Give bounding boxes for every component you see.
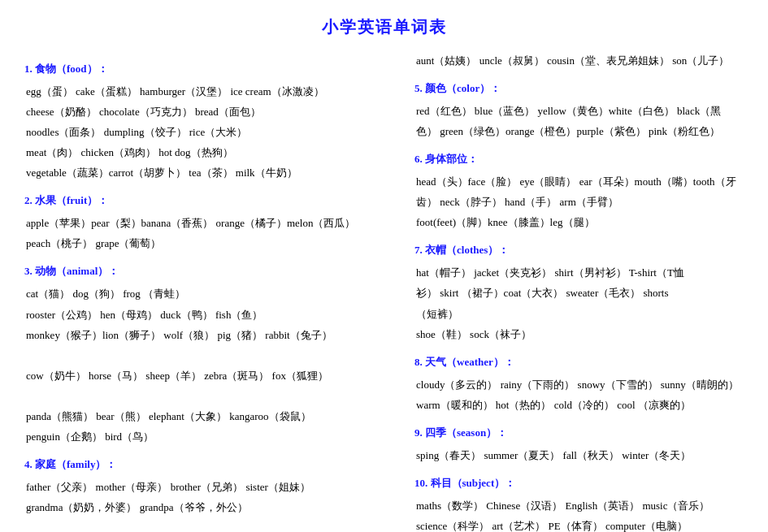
food-line-0: egg（蛋） cake（蛋糕） hamburger（汉堡） ice cream（… (24, 82, 398, 102)
fruit-line-0: apple（苹果）pear（梨）banana（香蕉） orange（橘子）mel… (24, 214, 398, 233)
left-column: 1. 食物（food）： egg（蛋） cake（蛋糕） hamburger（汉… (24, 51, 398, 532)
animal-line-3 (24, 346, 398, 365)
season-line-0: sping（春天） summer（夏天） fall（秋天） winter（冬天） (414, 446, 744, 465)
body-line-2: foot(feet)（脚）knee（膝盖）leg（腿） (414, 213, 744, 232)
section-food: 1. 食物（food）： egg（蛋） cake（蛋糕） hamburger（汉… (24, 59, 398, 183)
section-subject: 10. 科目（subject）： maths（数学） Chinese（汉语） E… (414, 474, 744, 532)
family2-line-0: aunt（姑姨） uncle（叔舅） cousin（堂、表兄弟姐妹） son（儿… (414, 51, 744, 71)
animal-line-5 (24, 387, 398, 406)
clothes-line-0: hat（帽子） jacket（夹克衫） shirt（男衬衫） T-shirt（T… (414, 263, 744, 283)
section-food-title: 1. 食物（food）： (24, 59, 398, 79)
food-line-1: cheese（奶酪） chocolate（巧克力） bread（面包） (24, 102, 398, 122)
section-animal-title: 3. 动物（animal）： (24, 262, 398, 281)
section-animal: 3. 动物（animal）： cat（猫） dog（狗） frog （青蛙） r… (24, 262, 398, 446)
food-line-3: meat（肉） chicken（鸡肉） hot dog（热狗） (24, 143, 398, 162)
animal-line-6: panda（熊猫） bear（熊） elephant（大象） kangaroo（… (24, 407, 398, 426)
section-color: 5. 颜色（color）： red（红色） blue（蓝色） yellow（黄色… (414, 79, 744, 141)
body-line-0: head（头）face（脸） eye（眼睛） ear（耳朵）mouth（嘴）to… (414, 172, 744, 192)
section-clothes: 7. 衣帽（clothes）： hat（帽子） jacket（夹克衫） shir… (414, 240, 744, 344)
weather-line-0: cloudy（多云的） rainy（下雨的） snowy（下雪的） sunny（… (414, 375, 744, 395)
family-line-1: grandma（奶奶，外婆） grandpa（爷爷，外公） (24, 498, 398, 517)
section-family2: aunt（姑姨） uncle（叔舅） cousin（堂、表兄弟姐妹） son（儿… (414, 51, 744, 71)
subject-line-0: maths（数学） Chinese（汉语） English（英语） music（… (414, 496, 744, 516)
section-family-title: 4. 家庭（family）： (24, 455, 398, 474)
section-body: 6. 身体部位： head（头）face（脸） eye（眼睛） ear（耳朵）m… (414, 149, 744, 232)
fruit-line-1: peach（桃子） grape（葡萄） (24, 234, 398, 253)
clothes-line-3: shoe（鞋） sock（袜子） (414, 325, 744, 344)
clothes-line-1: 衫） skirt （裙子）coat（大衣） sweater（毛衣） shorts (414, 283, 744, 303)
subject-line-1: science（科学） art（艺术） PE（体育） computer（电脑） (414, 517, 744, 532)
family-line-0: father（父亲） mother（母亲） brother（兄弟） sister… (24, 478, 398, 497)
animal-line-7: penguin（企鹅） bird（鸟） (24, 427, 398, 447)
food-line-4: vegetable（蔬菜）carrot（胡萝卜） tea（茶） milk（牛奶） (24, 163, 398, 183)
section-season-title: 9. 四季（season）： (414, 423, 744, 443)
section-body-title: 6. 身体部位： (414, 149, 744, 169)
section-color-title: 5. 颜色（color）： (414, 79, 744, 98)
color-line-0: red（红色） blue（蓝色） yellow（黄色）white（白色） bla… (414, 102, 744, 121)
section-clothes-title: 7. 衣帽（clothes）： (414, 240, 744, 260)
animal-line-2: monkey（猴子）lion（狮子） wolf（狼） pig（猪） rabbit… (24, 326, 398, 345)
section-subject-title: 10. 科目（subject）： (414, 474, 744, 493)
food-line-2: noodles（面条） dumpling（饺子） rice（大米） (24, 123, 398, 142)
animal-line-4: cow（奶牛） horse（马） sheep（羊） zebra（斑马） fox（… (24, 366, 398, 386)
section-weather: 8. 天气（weather）： cloudy（多云的） rainy（下雨的） s… (414, 353, 744, 415)
section-family: 4. 家庭（family）： father（父亲） mother（母亲） bro… (24, 455, 398, 517)
weather-line-1: warm（暖和的） hot（热的） cold（冷的） cool （凉爽的） (414, 396, 744, 415)
animal-line-1: rooster（公鸡） hen（母鸡） duck（鸭） fish（鱼） (24, 305, 398, 325)
body-line-1: 齿） neck（脖子） hand（手） arm（手臂） (414, 192, 744, 212)
page-title: 小学英语单词表 (24, 16, 744, 38)
section-season: 9. 四季（season）： sping（春天） summer（夏天） fall… (414, 423, 744, 465)
animal-line-0: cat（猫） dog（狗） frog （青蛙） (24, 284, 398, 304)
section-fruit: 2. 水果（fruit）： apple（苹果）pear（梨）banana（香蕉）… (24, 191, 398, 253)
section-weather-title: 8. 天气（weather）： (414, 353, 744, 372)
section-fruit-title: 2. 水果（fruit）： (24, 191, 398, 210)
color-line-1: 色） green（绿色）orange（橙色）purple（紫色） pink（粉红… (414, 122, 744, 141)
right-column: aunt（姑姨） uncle（叔舅） cousin（堂、表兄弟姐妹） son（儿… (414, 51, 744, 532)
clothes-line-2: （短裤） (414, 305, 744, 324)
